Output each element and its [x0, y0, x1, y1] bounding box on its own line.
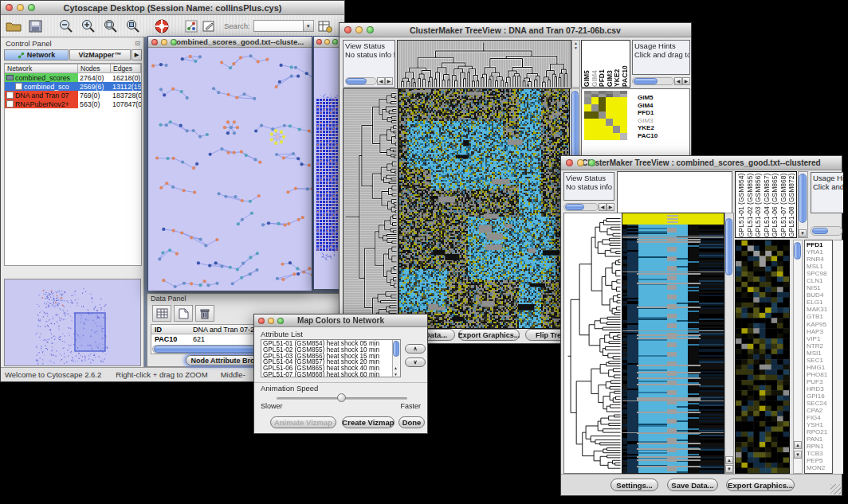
- gene-label[interactable]: GPI16: [807, 393, 832, 400]
- gene-label[interactable]: HRD3: [807, 385, 832, 393]
- scroll-down-arrow[interactable]: ▼: [799, 229, 807, 237]
- gene-label[interactable]: YSH1: [807, 421, 832, 428]
- column-label[interactable]: PFD1: [598, 41, 606, 87]
- gene-label[interactable]: HAP3: [807, 328, 832, 335]
- minimize-button[interactable]: [324, 39, 330, 45]
- view-status-hscrollbar[interactable]: ◀▶: [345, 76, 393, 85]
- column-label[interactable]: GPL51-04 (GSM857): [763, 172, 771, 237]
- gene-label[interactable]: YRA1: [807, 248, 832, 256]
- zoom-out-icon[interactable]: [57, 18, 76, 34]
- minimize-button[interactable]: [268, 318, 274, 324]
- annotation-icon[interactable]: [202, 18, 216, 34]
- gene-label[interactable]: GTB1: [807, 313, 832, 320]
- column-label[interactable]: GPL51-01 (GSM854): [737, 172, 746, 237]
- treeview1-column-dendrogram[interactable]: [397, 40, 571, 89]
- attribute-browser-icon[interactable]: [317, 18, 333, 34]
- animation-speed-slider[interactable]: [277, 397, 407, 400]
- resize-grip[interactable]: [830, 484, 841, 494]
- tab-overflow-arrow[interactable]: ▶: [132, 49, 142, 61]
- close-button[interactable]: [316, 39, 322, 45]
- gene-label[interactable]: MSL1: [807, 263, 832, 270]
- close-button[interactable]: [6, 4, 13, 11]
- gene-label[interactable]: NIS1: [807, 284, 832, 291]
- network-table-row[interactable]: combined_scores 2764(0) 16218(0): [5, 73, 141, 82]
- gene-label[interactable]: SPC98: [807, 270, 832, 277]
- network-table-row[interactable]: DNA and Tran 07 769(0) 183728(0): [5, 91, 141, 100]
- zoom-in-icon[interactable]: [79, 18, 98, 34]
- zoom-button[interactable]: [277, 318, 284, 324]
- gene-label[interactable]: PUF3: [807, 378, 832, 385]
- gene-label[interactable]: BUD4: [807, 291, 832, 299]
- treeview2-vscrollbar[interactable]: ▲ ▼: [724, 213, 734, 474]
- create-vizmap-button[interactable]: Create Vizmap: [342, 416, 395, 428]
- zoom-button[interactable]: [171, 39, 177, 45]
- move-down-button[interactable]: ∨: [405, 357, 426, 367]
- help-lifesaver-icon[interactable]: [152, 18, 171, 34]
- zoom-button[interactable]: [367, 26, 374, 33]
- minimize-button[interactable]: [355, 26, 363, 33]
- column-label[interactable]: GPL51-02 (GSM855): [746, 172, 755, 237]
- scroll-left-arrow[interactable]: ◀: [674, 77, 682, 85]
- zoom-button[interactable]: [588, 159, 595, 166]
- row-label[interactable]: GIM3: [638, 117, 658, 125]
- minimize-button[interactable]: [161, 39, 167, 45]
- open-file-icon[interactable]: [4, 18, 23, 34]
- export-graphics-button[interactable]: Export Graphics...: [726, 479, 795, 491]
- move-up-button[interactable]: ∧: [405, 344, 426, 354]
- gene-label[interactable]: PHO81: [807, 371, 832, 378]
- gene-label[interactable]: RPO21: [807, 428, 832, 436]
- search-dropdown-arrow[interactable]: ▼: [303, 21, 313, 31]
- gene-label[interactable]: ELG1: [807, 299, 832, 306]
- zoom-fit-icon[interactable]: [124, 18, 143, 34]
- scroll-left-arrow[interactable]: ◀: [599, 203, 607, 211]
- row-label[interactable]: PAC10: [638, 132, 658, 140]
- close-button[interactable]: [566, 159, 573, 166]
- gene-label[interactable]: CLN1: [807, 277, 832, 284]
- column-label[interactable]: GIM3: [606, 41, 614, 87]
- gene-label[interactable]: PAN1: [807, 436, 832, 443]
- tab-vizmapper[interactable]: VizMapper™: [69, 49, 131, 61]
- treeview2-row-dendrogram[interactable]: [563, 213, 622, 474]
- row-label[interactable]: YKE2: [638, 124, 658, 132]
- gene-label[interactable]: TCB3: [807, 450, 832, 457]
- usage-hints-hscrollbar[interactable]: ◀▶: [632, 76, 690, 86]
- column-label[interactable]: PAC10: [621, 41, 629, 87]
- gene-label[interactable]: PFD1: [807, 241, 832, 248]
- treeview1-correlation-matrix[interactable]: [584, 91, 627, 140]
- gene-label[interactable]: SEC24: [807, 400, 832, 407]
- scroll-right-arrow[interactable]: ▶: [607, 203, 614, 211]
- close-button[interactable]: [258, 318, 265, 324]
- gene-label[interactable]: VIP1: [807, 335, 832, 342]
- treeview1-col-scroll-strip[interactable]: ▲▼: [571, 40, 580, 88]
- view-status-hscrollbar[interactable]: ◀▶: [563, 202, 614, 212]
- done-button[interactable]: Done: [398, 416, 425, 428]
- network-table-row[interactable]: combined_sco 2569(6) 13112(15): [5, 82, 141, 91]
- network-overview-thumbnail[interactable]: [4, 279, 141, 366]
- treeview1-export-graphics-button[interactable]: Export Graphics...: [458, 329, 520, 341]
- treeview1-row-dendrogram[interactable]: [343, 88, 398, 329]
- animate-vizmap-button[interactable]: Animate Vizmap: [270, 416, 336, 428]
- gene-label[interactable]: MAK31: [807, 306, 832, 313]
- settings-button[interactable]: Settings...: [610, 479, 658, 491]
- attribute-list-item[interactable]: GPL51-07 (GSM868) heat shock 60 min: [263, 372, 398, 377]
- column-label[interactable]: GIM4: [591, 41, 599, 87]
- column-label[interactable]: GPL51-06 (GSM865): [771, 172, 779, 237]
- network-window-titlebar[interactable]: combined_scores_good.txt--cluste...: [148, 37, 312, 48]
- attribute-list[interactable]: GPL51-01 (GSM854) heat shock 05 minGPL51…: [261, 339, 401, 377]
- dialog-titlebar[interactable]: Map Colors to Network: [254, 315, 427, 327]
- scroll-right-arrow[interactable]: ▶: [682, 77, 690, 85]
- main-titlebar[interactable]: Cytoscape Desktop (Session Name: collins…: [1, 1, 344, 15]
- column-label[interactable]: GPL51-03 (GSM856): [754, 172, 763, 237]
- treeview1-heatmap[interactable]: [398, 88, 570, 329]
- scroll-down-arrow[interactable]: ▼: [394, 372, 398, 377]
- usage-hints-hscrollbar[interactable]: [811, 226, 842, 236]
- scroll-down-arrow[interactable]: ▼: [794, 451, 802, 459]
- minimize-button[interactable]: [17, 4, 24, 11]
- row-label[interactable]: GIM4: [638, 102, 658, 110]
- gene-label[interactable]: RPN1: [807, 443, 832, 450]
- column-label[interactable]: GPL51-08 (GSM872): [787, 172, 796, 237]
- row-label[interactable]: PFD1: [638, 109, 658, 117]
- treeview2-heatmap[interactable]: [622, 213, 724, 474]
- gene-list-vscrollbar[interactable]: ▲ ▼: [793, 240, 803, 474]
- zoom-button[interactable]: [332, 39, 338, 45]
